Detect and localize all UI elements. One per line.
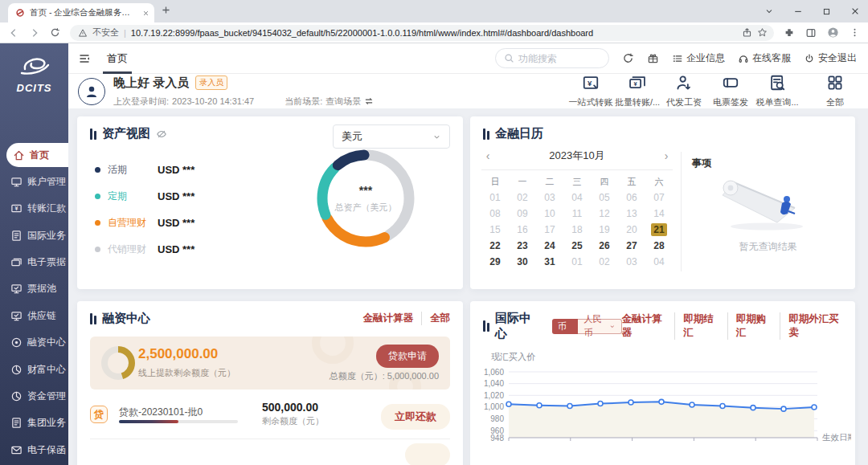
calendar-day-02[interactable]: 02 bbox=[509, 190, 536, 206]
share-icon[interactable] bbox=[742, 27, 752, 38]
calendar-day-24[interactable]: 24 bbox=[536, 238, 563, 254]
secure-logout-link[interactable]: 安全退出 bbox=[804, 51, 857, 65]
quick-action-税单查询...[interactable]: 税单查询... bbox=[754, 74, 800, 108]
calendar-day-03[interactable]: 03 bbox=[536, 190, 563, 206]
calendar-day-18[interactable]: 18 bbox=[563, 222, 591, 238]
intl-link-金融计算器[interactable]: 金融计算器 bbox=[622, 312, 667, 340]
sidebar-item-资金管理[interactable]: 资金管理 bbox=[0, 385, 68, 409]
browser-tab[interactable]: 首页 - 企业综合金融服务平台 bbox=[8, 3, 154, 22]
tab-close-icon[interactable] bbox=[142, 10, 149, 17]
calendar-day-06[interactable]: 06 bbox=[618, 190, 645, 206]
intl-link-即期购汇[interactable]: 即期购汇 bbox=[727, 312, 772, 340]
weekday-日: 日 bbox=[481, 173, 509, 190]
bookmark-star-icon[interactable] bbox=[757, 27, 768, 38]
quick-action-全部[interactable]: 全部 bbox=[812, 74, 858, 108]
profile-avatar-icon[interactable] bbox=[827, 27, 839, 39]
calendar-day-09[interactable]: 09 bbox=[509, 206, 536, 222]
quick-action-电票签发[interactable]: 电票签发 bbox=[707, 74, 754, 108]
calendar-day-10[interactable]: 10 bbox=[536, 206, 563, 222]
window-menu-icon[interactable] bbox=[764, 6, 774, 16]
quick-action-代发工资[interactable]: 代发工资 bbox=[661, 74, 707, 108]
sidebar-item-转账汇款[interactable]: ¥转账汇款 bbox=[0, 197, 68, 221]
sidebar-item-供应链[interactable]: 供应链 bbox=[0, 304, 68, 328]
cards-icon: ¥ bbox=[628, 74, 646, 92]
calendar-next-icon[interactable]: › bbox=[660, 149, 673, 162]
intl-link-即期外汇买卖[interactable]: 即期外汇买卖 bbox=[780, 312, 842, 340]
calendar-day-02[interactable]: 02 bbox=[591, 254, 618, 270]
calendar-day-03[interactable]: 03 bbox=[618, 254, 645, 270]
calendar-day-22[interactable]: 22 bbox=[481, 238, 509, 254]
calendar-day-05[interactable]: 05 bbox=[591, 190, 618, 206]
side-panel-icon[interactable] bbox=[805, 27, 817, 39]
calendar-day-17[interactable]: 17 bbox=[536, 222, 563, 238]
calendar-day-14[interactable]: 14 bbox=[645, 206, 673, 222]
calendar-day-27[interactable]: 27 bbox=[618, 238, 645, 254]
reload-icon[interactable] bbox=[50, 27, 60, 38]
sidebar-item-票据池[interactable]: 票据池 bbox=[0, 277, 68, 301]
window-close-icon[interactable] bbox=[850, 6, 860, 16]
gift-icon[interactable] bbox=[647, 52, 659, 64]
eye-off-icon[interactable] bbox=[156, 128, 167, 140]
calendar-day-20[interactable]: 20 bbox=[618, 222, 645, 238]
sidebar-item-集团业务[interactable]: 集团业务 bbox=[0, 411, 68, 435]
window-maximize-icon[interactable] bbox=[822, 7, 831, 16]
financing-link-全部[interactable]: 全部 bbox=[421, 312, 450, 325]
loan-apply-button[interactable]: 贷款申请 bbox=[376, 345, 439, 368]
online-service-link[interactable]: 在线客服 bbox=[738, 51, 791, 65]
calendar-day-12[interactable]: 12 bbox=[591, 206, 618, 222]
tab-home[interactable]: 首页 bbox=[107, 43, 128, 74]
calendar-day-07[interactable]: 07 bbox=[645, 190, 673, 206]
person-pay-icon bbox=[675, 74, 693, 92]
refresh-icon[interactable] bbox=[622, 52, 634, 64]
sidebar-item-国际业务[interactable]: 国际业务 bbox=[0, 223, 68, 247]
calendar-day-28[interactable]: 28 bbox=[645, 238, 673, 254]
browser-menu-icon[interactable] bbox=[850, 27, 860, 38]
search-input[interactable] bbox=[518, 53, 600, 64]
forward-icon[interactable] bbox=[29, 27, 40, 39]
calendar-day-11[interactable]: 11 bbox=[563, 206, 591, 222]
repay-now-button[interactable]: 立即还款 bbox=[381, 404, 450, 430]
calendar-day-29[interactable]: 29 bbox=[481, 254, 509, 270]
calendar-day-13[interactable]: 13 bbox=[618, 206, 645, 222]
calendar-day-08[interactable]: 08 bbox=[481, 206, 509, 222]
quick-action-批量转账/...[interactable]: ¥批量转账/... bbox=[614, 74, 661, 108]
calendar-day-19[interactable]: 19 bbox=[591, 222, 618, 238]
sidebar-item-首页[interactable]: 首页 bbox=[6, 143, 68, 167]
calendar-day-30[interactable]: 30 bbox=[509, 254, 536, 270]
calendar-day-31[interactable]: 31 bbox=[536, 254, 563, 270]
calendar-prev-icon[interactable]: ‹ bbox=[481, 149, 494, 162]
calendar-day-25[interactable]: 25 bbox=[563, 238, 591, 254]
sidebar-item-账户管理[interactable]: 账户管理 bbox=[0, 169, 68, 194]
calendar-day-21[interactable]: 21 bbox=[645, 222, 673, 238]
currency-type-value: 人民币 bbox=[583, 312, 606, 340]
switch-scene-icon[interactable] bbox=[364, 96, 374, 106]
collapse-menu-icon[interactable] bbox=[78, 52, 91, 65]
calendar-day-15[interactable]: 15 bbox=[481, 222, 509, 238]
calendar-day-16[interactable]: 16 bbox=[509, 222, 536, 238]
financing-link-金融计算器[interactable]: 金融计算器 bbox=[363, 312, 414, 325]
calendar-day-04[interactable]: 04 bbox=[645, 254, 673, 270]
calendar-day-26[interactable]: 26 bbox=[591, 238, 618, 254]
calendar-day-01[interactable]: 01 bbox=[563, 254, 591, 270]
sidebar-item-融资中心[interactable]: 融资中心 bbox=[0, 331, 68, 355]
calendar-day-23[interactable]: 23 bbox=[509, 238, 536, 254]
enterprise-info-link[interactable]: 企业信息 bbox=[672, 51, 725, 65]
sidebar-item-电子保函[interactable]: 电子保函 bbox=[0, 438, 68, 462]
asset-panel-title: 资产视图 bbox=[102, 126, 150, 141]
window-minimize-icon[interactable] bbox=[793, 6, 803, 16]
browser-toolbar: 不安全 | 10.7.19.22:8999/fpaas_bucket/94154… bbox=[0, 22, 868, 43]
calendar-day-04[interactable]: 04 bbox=[563, 190, 591, 206]
url-bar[interactable]: 不安全 | 10.7.19.22:8999/fpaas_bucket/94154… bbox=[70, 25, 774, 41]
clipped-next-row-button[interactable] bbox=[405, 443, 450, 465]
calendar-day-01[interactable]: 01 bbox=[481, 190, 509, 206]
currency-type-select[interactable]: 币种 人民币 bbox=[552, 319, 622, 334]
extensions-icon[interactable] bbox=[784, 27, 795, 39]
sidebar-item-电子票据[interactable]: 电子票据 bbox=[0, 251, 68, 275]
new-tab-button[interactable] bbox=[161, 5, 171, 15]
sidebar-item-财富中心[interactable]: 财富中心 bbox=[0, 357, 68, 381]
function-search[interactable] bbox=[495, 48, 609, 68]
quick-action-一站式转账[interactable]: ¥一站式转账 bbox=[567, 74, 614, 108]
remaining-amount: 2,500,000.00 bbox=[138, 346, 218, 362]
intl-link-即期结汇[interactable]: 即期结汇 bbox=[674, 312, 719, 340]
back-icon[interactable] bbox=[8, 27, 19, 39]
